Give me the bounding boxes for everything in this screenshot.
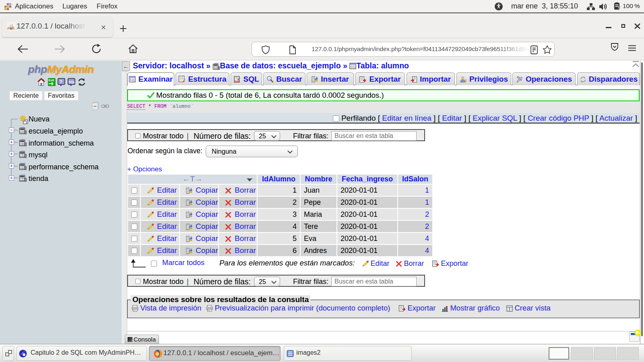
svg-text:Exit: Exit [49, 78, 54, 82]
svg-text:PMA: PMA [7, 27, 15, 31]
svg-text:SQL: SQL [68, 80, 75, 84]
svg-text:?: ? [60, 79, 62, 84]
